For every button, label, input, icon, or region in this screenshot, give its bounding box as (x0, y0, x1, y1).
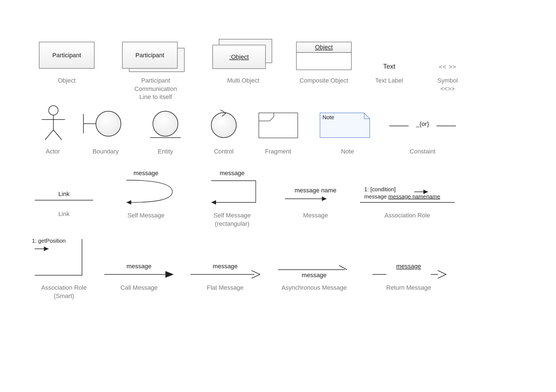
stereotype-caption: Symbol<<>> (425, 76, 470, 93)
symbol-call-message: message Call Message (103, 254, 175, 310)
svg-marker-31 (44, 247, 49, 251)
svg-marker-24 (211, 200, 216, 205)
symbol-note: Note Note (320, 113, 375, 168)
flat-message-caption: Flat Message (189, 284, 261, 292)
symbol-composite-object: Object Composite Object (296, 42, 352, 97)
symbol-association-role: 1: [condition] message message namename … (359, 178, 456, 234)
symbol-association-role-smart: 1: getPosition Association Role(Smart) (32, 238, 96, 307)
association-role-line2: message message namename (364, 193, 440, 200)
message-caption: Message (281, 211, 350, 220)
symbol-self-message: message Self Message (114, 170, 178, 228)
stereotype-shape-text: << >> (425, 63, 470, 71)
svg-point-17 (211, 113, 236, 138)
multi-object-caption: Multi Object (211, 76, 275, 85)
composite-object-shape-text: Object (296, 44, 352, 51)
svg-marker-23 (126, 200, 131, 205)
assoc-smart-shape-text: 1: getPosition (32, 238, 66, 244)
constraint-caption: Constaint (386, 147, 459, 156)
symbol-text-label: Text Text Label (367, 42, 411, 97)
symbol-stereotype: << >> Symbol<<>> (425, 42, 470, 97)
svg-marker-33 (165, 271, 174, 278)
assoc-smart-caption: Association Role(Smart) (32, 284, 96, 300)
note-shape-text: Note (322, 114, 334, 121)
symbol-control: Control (203, 110, 245, 165)
svg-rect-18 (259, 113, 298, 138)
symbol-boundary: Boundary (81, 110, 131, 165)
flat-message-shape-text: message (189, 263, 261, 270)
symbol-participant-comm: Participant Participant CommunicationLin… (120, 42, 192, 97)
symbol-message: message name Message (281, 178, 350, 234)
return-message-caption: Return Message (370, 284, 448, 292)
multi-object-shape-text: :Object (213, 53, 265, 61)
call-message-caption: Call Message (103, 284, 175, 292)
call-message-shape-text: message (103, 263, 175, 270)
symbol-link: Link Link (33, 172, 95, 228)
async-message-caption: Asynchronous Message (275, 284, 353, 292)
actor-caption: Actor (36, 147, 70, 156)
symbol-self-message-rect: message Self Message(rectangular) (200, 170, 264, 234)
participant-comm-caption: Participant CommunicationLine to itself (120, 76, 192, 101)
symbol-entity: Entity (145, 110, 186, 165)
svg-line-10 (45, 130, 53, 140)
symbol-fragment: Fragment (259, 113, 306, 168)
symbol-async-message: message Asynchronous Message (275, 254, 353, 310)
self-message-rect-caption: Self Message(rectangular) (200, 211, 264, 228)
svg-rect-6 (296, 53, 351, 70)
fragment-caption: Fragment (254, 147, 302, 156)
object-caption: Object (39, 76, 95, 85)
self-message-caption: Self Message (114, 211, 178, 220)
link-caption: Link (33, 210, 95, 218)
svg-line-11 (53, 130, 62, 140)
svg-point-7 (49, 106, 58, 115)
note-caption: Note (320, 147, 375, 156)
participant-comm-shape-text: Participant (122, 52, 177, 59)
symbol-multi-object: :Object Multi Object (211, 39, 275, 95)
entity-caption: Entity (145, 147, 186, 156)
async-message-shape-text: message (275, 272, 353, 279)
message-shape-text: message name (281, 187, 350, 194)
object-shape-text: Participant (39, 52, 95, 59)
symbol-constraint: _{or} Constaint (386, 113, 459, 168)
control-caption: Control (203, 147, 245, 156)
return-message-shape-text: message (370, 263, 448, 270)
constraint-shape-text: _{or} (409, 120, 436, 128)
diagram-canvas: Participant Object Participant Participa… (0, 0, 556, 392)
svg-point-15 (153, 111, 178, 136)
svg-point-14 (96, 111, 121, 136)
symbol-actor: Actor (36, 104, 70, 160)
text-label-shape-text: Text (367, 63, 411, 70)
svg-line-36 (339, 266, 347, 270)
self-message-rect-shape-text: message (200, 170, 264, 177)
symbol-object: Participant Object (39, 42, 95, 89)
composite-object-caption: Composite Object (296, 76, 352, 85)
symbol-return-message: message Return Message (370, 254, 448, 310)
boundary-caption: Boundary (81, 147, 131, 156)
association-role-caption: Association Role (359, 211, 456, 220)
self-message-shape-text: message (114, 170, 178, 177)
association-role-line1: 1: [condition] (364, 186, 396, 193)
svg-marker-26 (322, 197, 327, 201)
link-shape-text: Link (33, 190, 95, 198)
text-label-caption: Text Label (367, 76, 411, 85)
symbol-flat-message: message Flat Message (189, 254, 261, 310)
